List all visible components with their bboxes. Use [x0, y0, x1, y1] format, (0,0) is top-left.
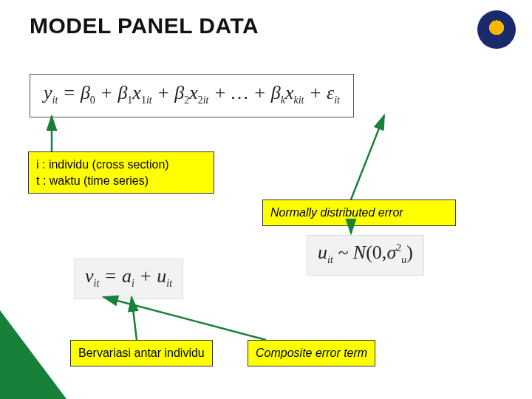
- svg-line-1: [351, 115, 384, 200]
- svg-line-4: [132, 297, 137, 340]
- arrows-icon: [0, 0, 532, 399]
- svg-line-3: [103, 297, 266, 340]
